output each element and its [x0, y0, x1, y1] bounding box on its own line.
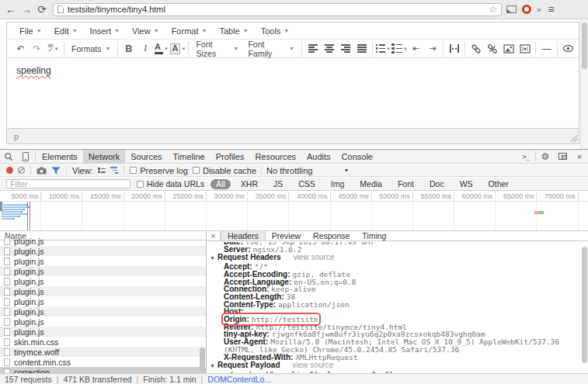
view-source-link[interactable]: view source	[294, 254, 335, 261]
align-left-button[interactable]	[304, 41, 321, 57]
filter-funnel-icon[interactable]	[51, 167, 61, 175]
numbered-list-button[interactable]: ▼	[391, 41, 408, 57]
request-headers-section[interactable]: ▼ Request Headers view source	[207, 254, 581, 262]
request-row[interactable]: plugin.js	[0, 327, 206, 337]
italic-button[interactable]: I	[137, 41, 153, 57]
font-family-dropdown[interactable]: Font Family▼	[243, 41, 299, 57]
filter-input[interactable]	[6, 179, 130, 189]
waterfall-view-icon[interactable]	[110, 167, 118, 173]
throttling-select[interactable]: No throttling▼	[261, 166, 349, 175]
bullet-list-button[interactable]: ▼	[375, 41, 391, 57]
resource-type-filter[interactable]: CSS	[293, 179, 321, 189]
forward-icon[interactable]: →	[19, 3, 34, 16]
resource-type-filter[interactable]: JS	[268, 179, 288, 189]
requests-scrollbar-thumb[interactable]	[200, 348, 205, 372]
details-tab[interactable]: Timing	[356, 231, 392, 240]
preserve-log-checkbox[interactable]: Preserve log	[130, 166, 188, 175]
resource-type-filter[interactable]: Font	[392, 179, 419, 189]
undo-button[interactable]: ↶	[12, 41, 29, 57]
editor-menu-item[interactable]: Format▼	[165, 25, 214, 37]
devtools-tab[interactable]: Network	[83, 150, 125, 163]
close-details-icon[interactable]: ×	[207, 231, 221, 240]
horizontal-rule-button[interactable]: —	[538, 41, 555, 57]
headers-pane[interactable]: DateTue, 15 Sep 2015 08:17:49 GMTServern…	[207, 242, 581, 373]
dock-side-button[interactable]	[554, 150, 571, 163]
bookmark-star-icon[interactable]: ☆	[489, 4, 497, 15]
view-source-link[interactable]: view source	[293, 362, 334, 369]
text-color-button[interactable]: A ▼	[153, 41, 169, 57]
resource-type-filter[interactable]: Img	[325, 179, 350, 189]
request-row[interactable]: plugin.js	[0, 236, 206, 246]
devtools-tab[interactable]: Sources	[125, 150, 167, 163]
misspelled-word[interactable]: speeling	[16, 65, 51, 76]
pagebreak-button[interactable]	[446, 41, 462, 57]
resource-type-filter[interactable]: XHR	[235, 179, 263, 189]
url-text[interactable]: testsite/tinymce/tiny4.html	[68, 5, 489, 14]
record-button[interactable]	[6, 167, 13, 174]
hide-data-urls-checkbox[interactable]: Hide data URLs	[137, 179, 204, 189]
network-overview[interactable]: 5000 ms10000 ms15000 ms20000 ms25000 ms3…	[0, 192, 588, 231]
resource-type-filter[interactable]: All	[210, 179, 231, 189]
request-row[interactable]: plugin.js	[0, 266, 206, 276]
editor-menu-item[interactable]: Insert▼	[84, 25, 126, 37]
scrollbar-thumb[interactable]	[582, 22, 587, 69]
resize-grip[interactable]	[570, 135, 577, 142]
devtools-tab[interactable]: Profiles	[210, 150, 250, 163]
editor-menu-item[interactable]: Table▼	[213, 25, 254, 37]
screenshots-camera-icon[interactable]	[37, 167, 47, 175]
details-tab[interactable]: Preview	[266, 231, 307, 240]
request-row[interactable]: content.min.css	[0, 357, 206, 367]
devtools-tab[interactable]: Resources	[249, 150, 301, 163]
request-row[interactable]: plugin.js	[0, 317, 206, 327]
device-toolbar-button[interactable]	[17, 150, 34, 163]
reload-icon[interactable]: ⟳	[34, 3, 50, 16]
list-view-icon[interactable]	[98, 168, 106, 174]
request-row[interactable]: plugin.js	[0, 276, 206, 286]
editor-menu-item[interactable]: Edit▼	[48, 25, 84, 37]
cast-icon[interactable]	[506, 5, 517, 13]
menu-icon[interactable]: ≡	[548, 3, 555, 16]
editor-menu-item[interactable]: View▼	[126, 25, 165, 37]
spellcheck-button[interactable]: ab✓ ▼	[45, 41, 61, 57]
checkbox-icon[interactable]	[137, 181, 144, 188]
request-payload-section[interactable]: ▼ Request Payload view source	[207, 362, 581, 370]
preview-button[interactable]	[560, 41, 576, 57]
editor-content-area[interactable]: speeling	[7, 58, 579, 128]
resource-type-filter[interactable]: Doc	[424, 179, 450, 189]
resource-type-filter[interactable]: WS	[454, 179, 478, 189]
overflow-chevron-icon[interactable]: »	[537, 5, 541, 14]
url-bar[interactable]: testsite/tinymce/tiny4.html ☆	[53, 3, 502, 16]
outdent-button[interactable]: ⇤	[408, 41, 424, 57]
extension-icon[interactable]	[522, 5, 531, 14]
details-tab[interactable]: Headers	[221, 231, 266, 240]
element-path[interactable]: p	[14, 132, 19, 141]
devtools-tab[interactable]: Console	[336, 150, 378, 163]
request-row[interactable]: skin.min.css	[0, 337, 206, 347]
request-row[interactable]: plugin.js	[0, 296, 206, 306]
close-devtools-icon[interactable]: ×	[571, 150, 588, 163]
editor-menu-item[interactable]: File▼	[13, 25, 48, 37]
align-center-button[interactable]	[321, 41, 337, 57]
background-color-button[interactable]: A ▼	[169, 41, 186, 57]
editor-menu-item[interactable]: Tools▼	[255, 25, 296, 37]
devtools-tab[interactable]: Timeline	[168, 150, 210, 163]
remove-link-button[interactable]	[484, 41, 500, 57]
devtools-tab[interactable]: Elements	[37, 150, 83, 163]
checkbox-icon[interactable]	[130, 167, 137, 174]
indent-button[interactable]: ⇥	[424, 41, 440, 57]
align-right-button[interactable]	[337, 41, 353, 57]
request-row[interactable]: plugin.js	[0, 286, 206, 296]
disable-cache-checkbox[interactable]: Disable cache	[193, 166, 256, 175]
formats-dropdown[interactable]: Formats▼	[67, 41, 115, 57]
insert-image-button[interactable]	[500, 41, 517, 57]
details-tab[interactable]: Response	[307, 231, 356, 240]
back-icon[interactable]: ←	[3, 3, 19, 16]
details-scrollbar-thumb[interactable]	[582, 247, 587, 363]
redo-button[interactable]: ↷	[29, 41, 45, 57]
gear-icon[interactable]: ⚙	[537, 150, 554, 163]
disclosure-triangle-icon[interactable]: ▼	[210, 254, 215, 262]
page-scrollbar[interactable]	[580, 20, 588, 149]
justify-button[interactable]	[353, 41, 370, 57]
devtools-tab[interactable]: Audits	[301, 150, 336, 163]
request-row[interactable]: plugin.js	[0, 306, 206, 317]
